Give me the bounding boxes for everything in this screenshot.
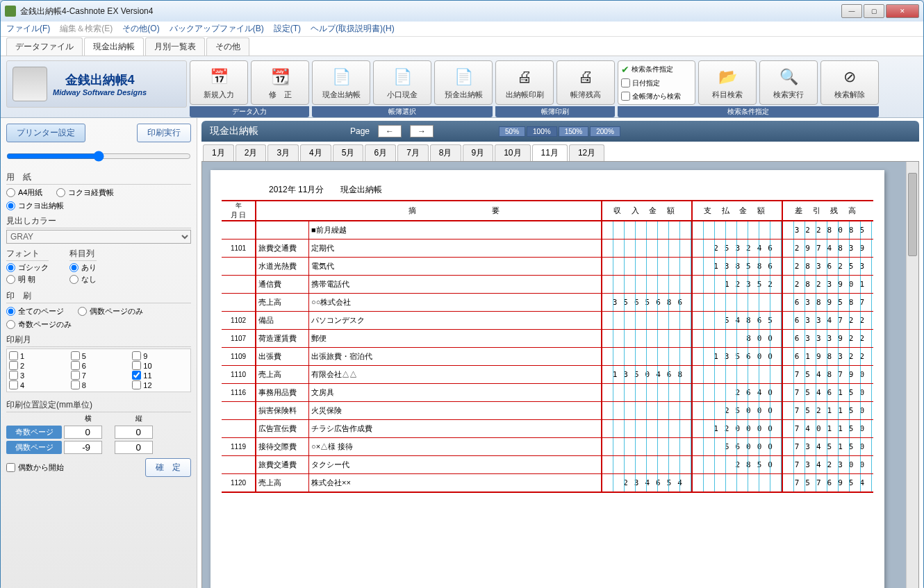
tool-icon: 📄 — [391, 66, 413, 88]
sidebar: プリンター設定 印刷実行 用 紙 A4用紙 コクヨ経費帳 コクヨ出納帳 見出しカ… — [1, 118, 197, 588]
preview-area[interactable]: 2012年 11月分 現金出納帳 年月 日 摘 要 収 入 金 額 支 払 金 … — [201, 161, 919, 588]
pos-title: 印刷位置設定(mm単位) — [6, 399, 191, 412]
print-run-button[interactable]: 印刷実行 — [137, 124, 191, 142]
toolbtn-出納帳印刷[interactable]: 🖨出納帳印刷 — [495, 60, 554, 105]
month-tab-3月[interactable]: 3月 — [267, 144, 299, 161]
app-icon — [5, 6, 16, 17]
month-chk-4[interactable]: 4 — [9, 380, 65, 389]
even-h-input[interactable] — [64, 441, 102, 454]
toolbtn-検索実行[interactable]: 🔍検索実行 — [759, 60, 818, 105]
ledger-row: 1101 旅費交通費 定期代 253246 2974839 — [222, 240, 873, 258]
menu-backup[interactable]: バックアップファイル(B) — [170, 23, 264, 35]
titlebar: 金銭出納帳4-Cashnote EX Version4 — ▢ ✕ — [1, 1, 923, 22]
month-tab-4月[interactable]: 4月 — [300, 144, 331, 161]
month-tab-7月[interactable]: 7月 — [397, 144, 429, 161]
print-all[interactable]: 全てのページ — [6, 306, 64, 317]
tab-etc[interactable]: その他 — [206, 37, 249, 56]
month-tab-11月[interactable]: 11月 — [532, 144, 568, 161]
subject-yes[interactable]: あり — [69, 262, 97, 273]
tab-monthly[interactable]: 月別一覧表 — [145, 37, 205, 56]
group-label-input: データ入力 — [190, 106, 309, 117]
zoom-200%[interactable]: 200% — [590, 126, 620, 137]
printer-settings-button[interactable]: プリンター設定 — [6, 124, 85, 142]
paper-title: 用 紙 — [6, 171, 191, 185]
month-tab-9月[interactable]: 9月 — [463, 144, 494, 161]
toolbtn-小口現金[interactable]: 📄小口現金 — [373, 60, 431, 105]
subject-no[interactable]: なし — [69, 274, 97, 285]
even-page-tag: 偶数ページ — [6, 441, 62, 454]
odd-v-input[interactable] — [115, 426, 153, 439]
month-tab-2月[interactable]: 2月 — [236, 144, 267, 161]
minimize-button[interactable]: — — [841, 4, 862, 18]
odd-h-input[interactable] — [64, 426, 102, 439]
paper-a4[interactable]: A4用紙 — [6, 187, 42, 198]
heading-color-select[interactable]: GRAY — [6, 230, 191, 244]
search-options: ✔検索条件指定 日付指定 全帳簿から検索 — [618, 60, 695, 105]
paper-kokuyo-suitou[interactable]: コクヨ出納帳 — [6, 201, 191, 211]
heading-color-title: 見出しカラー — [6, 215, 191, 228]
font-gothic[interactable]: ゴシック — [6, 262, 49, 273]
month-chk-9[interactable]: 9 — [132, 351, 188, 360]
print-odd[interactable]: 奇数ページのみ — [6, 319, 191, 330]
tab-cashbook[interactable]: 現金出納帳 — [84, 37, 144, 56]
toolbtn-科目検索[interactable]: 📂科目検索 — [698, 60, 757, 105]
month-chk-1[interactable]: 1 — [9, 351, 65, 360]
ledger-row: 1120 売上高 株式会社×× 234654 7576954 — [222, 474, 873, 492]
month-chk-7[interactable]: 7 — [71, 371, 127, 380]
chk-all-books[interactable]: 全帳簿から検索 — [621, 92, 692, 101]
maximize-button[interactable]: ▢ — [864, 4, 884, 18]
ledger-row: 通信費 携帯電話代 12352 2823901 — [222, 276, 873, 294]
toolbtn-預金出納帳[interactable]: 📄預金出納帳 — [434, 60, 493, 105]
ledger-page: 2012年 11月分 現金出納帳 年月 日 摘 要 収 入 金 額 支 払 金 … — [211, 170, 884, 588]
zoom-150%[interactable]: 150% — [559, 126, 589, 137]
toolbtn-帳簿残高[interactable]: 🖨帳簿残高 — [556, 60, 615, 105]
month-tab-6月[interactable]: 6月 — [365, 144, 396, 161]
main-tabbar: データファイル 現金出納帳 月別一覧表 その他 — [1, 37, 923, 56]
month-tab-12月[interactable]: 12月 — [569, 144, 604, 161]
month-chk-12[interactable]: 12 — [132, 380, 188, 389]
menu-edit[interactable]: 編集＆検索(E) — [60, 23, 113, 35]
ledger-row: 旅費交通費 タクシー代 2850 7342300 — [222, 456, 873, 474]
toolbtn-検索解除[interactable]: ⊘検索解除 — [820, 60, 879, 105]
tab-datafile[interactable]: データファイル — [6, 37, 83, 56]
even-v-input[interactable] — [115, 441, 153, 454]
month-chk-11[interactable]: 11 — [132, 371, 188, 380]
menu-other[interactable]: その他(O) — [122, 23, 159, 35]
even-start-chk[interactable]: 偶数から開始 — [6, 462, 64, 473]
page-prev[interactable]: ← — [378, 125, 402, 137]
close-button[interactable]: ✕ — [886, 4, 919, 18]
month-tab-8月[interactable]: 8月 — [430, 144, 461, 161]
month-chk-5[interactable]: 5 — [71, 351, 127, 360]
menu-help[interactable]: ヘルプ(取扱説明書)(H) — [311, 23, 395, 35]
ledger-title: 2012年 11月分 現金出納帳 — [269, 184, 873, 196]
preview-header: 現金出納帳 Page ← → 50%100%150%200% — [201, 121, 919, 142]
month-chk-2[interactable]: 2 — [9, 361, 65, 370]
font-mincho[interactable]: 明 朝 — [6, 274, 49, 285]
month-chk-10[interactable]: 10 — [132, 361, 188, 370]
month-chk-6[interactable]: 6 — [71, 361, 127, 370]
toolbtn-修　正[interactable]: 📆修 正 — [251, 60, 309, 105]
toolbtn-現金出納帳[interactable]: 📄現金出納帳 — [312, 60, 370, 105]
toolbtn-新規入力[interactable]: 📅新規入力 — [190, 60, 248, 105]
confirm-button[interactable]: 確 定 — [145, 458, 191, 477]
odd-page-tag: 奇数ページ — [6, 426, 62, 439]
month-tab-5月[interactable]: 5月 — [333, 144, 364, 161]
month-tab-1月[interactable]: 1月 — [203, 144, 234, 161]
vertical-scrollbar[interactable] — [906, 162, 918, 588]
print-range-title: 印 刷 — [6, 290, 191, 303]
paper-kokuyo-keihi[interactable]: コクヨ経費帳 — [56, 187, 114, 198]
chk-date-specify[interactable]: 日付指定 — [621, 78, 692, 88]
zoom-50%[interactable]: 50% — [499, 126, 525, 137]
font-title: フォント — [6, 248, 49, 261]
zoom-slider[interactable] — [6, 151, 191, 162]
month-chk-8[interactable]: 8 — [71, 380, 127, 389]
zoom-100%[interactable]: 100% — [527, 126, 557, 137]
menu-file[interactable]: ファイル(F) — [6, 23, 50, 35]
month-tab-10月[interactable]: 10月 — [495, 144, 530, 161]
print-even[interactable]: 偶数ページのみ — [78, 306, 143, 317]
page-next[interactable]: → — [410, 125, 434, 137]
group-label-search: 検索条件指定 — [618, 106, 879, 117]
menu-settings[interactable]: 設定(T) — [274, 23, 301, 35]
ledger-row: 広告宣伝費 チラシ広告作成費 120000 7401150 — [222, 420, 873, 438]
month-chk-3[interactable]: 3 — [9, 371, 65, 380]
